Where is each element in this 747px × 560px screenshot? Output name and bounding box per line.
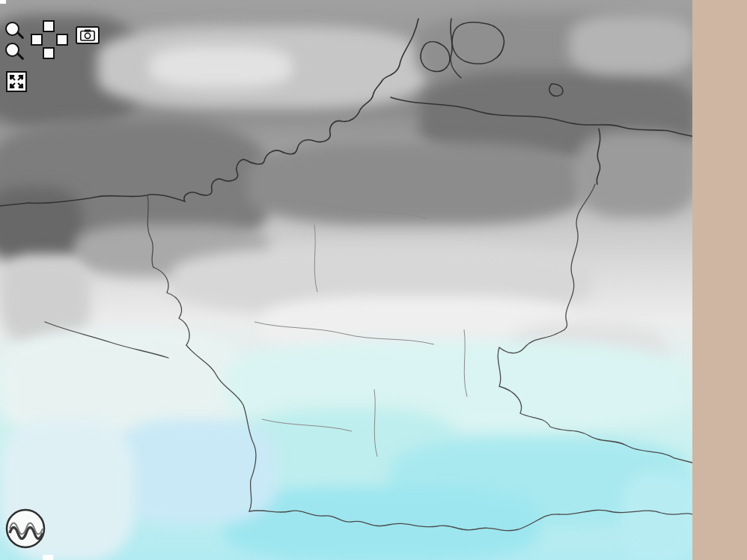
legend-panel	[692, 0, 747, 560]
pan-down-button[interactable]	[43, 47, 55, 59]
fullscreen-button[interactable]	[6, 71, 27, 92]
zoom-out-button[interactable]	[5, 43, 19, 57]
camera-icon	[80, 29, 95, 41]
screenshot-button[interactable]	[76, 26, 100, 44]
fullscreen-icon	[9, 74, 24, 89]
pan-right-button[interactable]	[56, 34, 68, 46]
city-labels-layer	[0, 0, 692, 560]
pan-left-button[interactable]	[31, 34, 43, 46]
metmaps-app	[0, 0, 747, 560]
cloud-cover-scale	[692, 77, 747, 560]
weather-map[interactable]	[0, 0, 692, 560]
map-title	[0, 0, 6, 4]
pan-up-button[interactable]	[43, 20, 55, 32]
zoom-in-button[interactable]	[5, 22, 19, 36]
metmaps-logo	[3, 506, 49, 560]
